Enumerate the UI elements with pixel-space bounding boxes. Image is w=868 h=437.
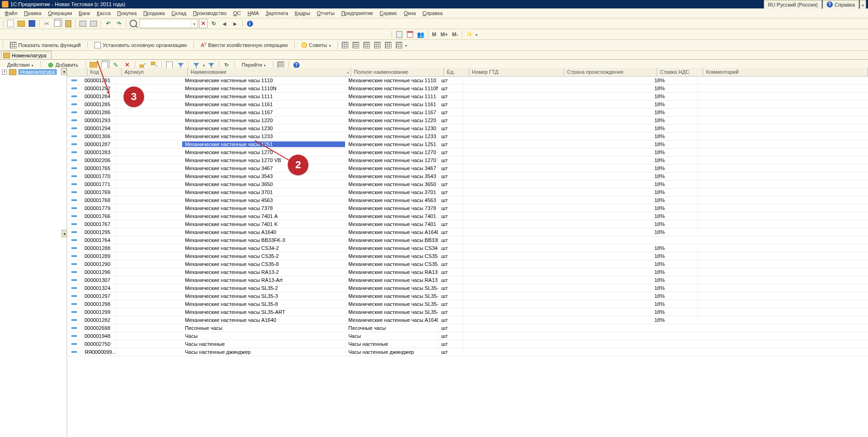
- table-row[interactable]: 000001283Механические настенные часы 127…: [67, 148, 868, 156]
- grid-body[interactable]: 000001291Механические настенные часы 111…: [67, 77, 868, 437]
- new-document-button[interactable]: [6, 19, 15, 28]
- report-button-1[interactable]: [340, 40, 350, 50]
- search-field[interactable]: [140, 20, 191, 27]
- clear-search-button[interactable]: ✕: [199, 19, 207, 28]
- memory-m-button[interactable]: M: [430, 30, 438, 39]
- header-fullname[interactable]: Полное наименование: [351, 68, 444, 76]
- table-row[interactable]: 000001292Механические настенные часы 111…: [67, 85, 868, 93]
- refresh-button[interactable]: ↻: [209, 19, 218, 28]
- search-dropdown[interactable]: [191, 19, 198, 28]
- menu-item-12[interactable]: Кадры: [292, 10, 313, 16]
- header-gtd[interactable]: Номер ГТД: [469, 68, 564, 76]
- search-button[interactable]: [129, 19, 138, 28]
- users-button[interactable]: 👥: [416, 30, 425, 39]
- enter-operation-button[interactable]: Aᵀ Ввести хозяйственную операцию: [196, 40, 292, 50]
- table-row[interactable]: 000001298Механические настенные часы SL3…: [67, 300, 868, 308]
- tree-root-item[interactable]: + Номенклатура: [0, 68, 67, 76]
- table-row[interactable]: 000001764Механические настенные часы BB3…: [67, 236, 868, 244]
- table-row[interactable]: 000001282Механические настенные часы А16…: [67, 316, 868, 324]
- menu-item-5[interactable]: Покупка: [115, 10, 140, 16]
- header-country[interactable]: Страна происхождения: [564, 68, 657, 76]
- table-row[interactable]: 000001768Механические настенные часы 456…: [67, 196, 868, 204]
- header-unit[interactable]: Ед.: [444, 68, 469, 76]
- table-row[interactable]: 000001287Механические настенные часы 125…: [67, 140, 868, 148]
- report-button-2[interactable]: [351, 40, 361, 50]
- menu-item-11[interactable]: Зарплата: [263, 10, 291, 16]
- search-input[interactable]: [139, 19, 198, 28]
- memory-mminus-button[interactable]: M-: [451, 30, 460, 39]
- menu-item-16[interactable]: Окна: [401, 10, 419, 16]
- table-row[interactable]: 000001291Механические настенные часы 111…: [67, 77, 868, 85]
- report-button-6[interactable]: [394, 40, 404, 50]
- report-button-5[interactable]: [384, 40, 393, 50]
- table-row[interactable]: 000001286Механические настенные часы 116…: [67, 109, 868, 117]
- table-row[interactable]: 000001296Механические настенные часы RA1…: [67, 268, 868, 276]
- set-main-org-button[interactable]: Установить основную организацию: [90, 40, 192, 50]
- table-row[interactable]: 000001288Механические настенные часы CS3…: [67, 244, 868, 252]
- table-row[interactable]: 000001293Механические настенные часы 122…: [67, 117, 868, 125]
- table-row[interactable]: 000002698Песочные часыПесочные часышт: [67, 324, 868, 332]
- table-row[interactable]: 000001295Механические настенные часы A16…: [67, 228, 868, 236]
- help-tab[interactable]: ? Справка: [822, 0, 859, 9]
- wand-button[interactable]: ✨: [465, 30, 474, 39]
- menu-item-13[interactable]: Отчеты: [314, 10, 338, 16]
- menu-item-14[interactable]: Предприятие: [338, 10, 376, 16]
- undo-button[interactable]: ↶: [103, 19, 113, 28]
- menu-item-17[interactable]: Справка: [420, 10, 446, 16]
- memory-mplus-button[interactable]: M+: [439, 30, 449, 39]
- table-row[interactable]: 000001771Механические настенные часы 365…: [67, 180, 868, 188]
- table-row[interactable]: 000001765Механические настенные часы 346…: [67, 164, 868, 172]
- calendar-button[interactable]: [405, 30, 415, 39]
- menu-item-7[interactable]: Склад: [169, 10, 189, 16]
- copy-button[interactable]: [53, 19, 62, 28]
- show-functions-panel-button[interactable]: Показать панель функций: [6, 40, 85, 50]
- menu-item-15[interactable]: Сервис: [377, 10, 400, 16]
- report-button-3[interactable]: [362, 40, 371, 50]
- print-button[interactable]: [78, 19, 87, 28]
- table-row[interactable]: 000001294Механические настенные часы 123…: [67, 125, 868, 133]
- menu-item-9[interactable]: ОС: [230, 10, 244, 16]
- table-row[interactable]: 000001284Механические настенные часы 111…: [67, 93, 868, 101]
- tab-nomenclature[interactable]: Номенклатура: [1, 51, 52, 59]
- table-row[interactable]: 000001299Механические настенные часы SL3…: [67, 308, 868, 316]
- menu-item-6[interactable]: Продажа: [140, 10, 168, 16]
- table-row[interactable]: 000001307Механические настенные часы RA1…: [67, 276, 868, 284]
- header-name[interactable]: Наименование▴: [188, 68, 351, 76]
- table-row[interactable]: 000001297Механические настенные часы SL3…: [67, 292, 868, 300]
- header-icon-col[interactable]: [67, 68, 87, 76]
- table-row[interactable]: ЯЯ0000099...Часы настенные джинджерЧасы …: [67, 348, 868, 356]
- menu-item-4[interactable]: Касса: [94, 10, 114, 16]
- expand-icon[interactable]: +: [2, 70, 7, 75]
- header-comment[interactable]: Комментарий: [703, 68, 868, 76]
- calculator-button[interactable]: [394, 30, 404, 39]
- menu-item-10[interactable]: НМА: [245, 10, 261, 16]
- table-row[interactable]: 000001766Механические настенные часы 740…: [67, 212, 868, 220]
- table-row[interactable]: 000001770Механические настенные часы 354…: [67, 172, 868, 180]
- menu-item-1[interactable]: Правка: [21, 10, 44, 16]
- nav-fwd-button[interactable]: ▶: [230, 19, 240, 28]
- tree-collapse-button[interactable]: ◂: [61, 68, 67, 75]
- menu-item-8[interactable]: Производство: [190, 10, 230, 16]
- table-row[interactable]: 000001289Механические настенные часы CS3…: [67, 252, 868, 260]
- save-button[interactable]: [27, 19, 37, 28]
- table-row[interactable]: 000001769Механические настенные часы 370…: [67, 188, 868, 196]
- tab-dropdown[interactable]: [860, 0, 866, 9]
- print-preview-button[interactable]: [89, 19, 98, 28]
- tree-midcollapse-button[interactable]: ◂: [61, 230, 67, 237]
- cut-button[interactable]: ✂: [42, 19, 51, 28]
- table-row[interactable]: 000001324Механические настенные часы SL3…: [67, 284, 868, 292]
- menu-item-3[interactable]: Банк: [76, 10, 93, 16]
- table-row[interactable]: 000001779Механические настенные часы 737…: [67, 204, 868, 212]
- report-button-4[interactable]: [373, 40, 382, 50]
- advice-button[interactable]: Советы: [297, 40, 335, 50]
- paste-button[interactable]: [63, 19, 73, 28]
- table-row[interactable]: 000002750Часы настенныеЧасы настенныешт: [67, 340, 868, 348]
- table-row[interactable]: 000001948ЧасыЧасышт: [67, 332, 868, 340]
- menu-item-2[interactable]: Операции: [45, 10, 75, 16]
- menu-item-0[interactable]: Файл: [2, 10, 20, 16]
- header-article[interactable]: Артикул: [122, 68, 188, 76]
- redo-button[interactable]: ↷: [114, 19, 123, 28]
- table-row[interactable]: 000001285Механические настенные часы 116…: [67, 101, 868, 109]
- help-button[interactable]: i: [245, 19, 254, 28]
- table-row[interactable]: 000001767Механические настенные часы 740…: [67, 220, 868, 228]
